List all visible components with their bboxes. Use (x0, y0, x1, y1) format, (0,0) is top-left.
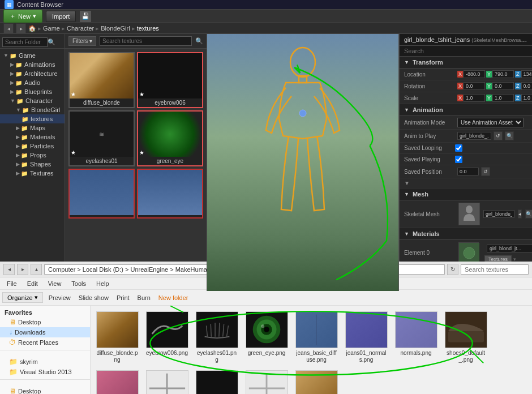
tree-item-blondegirl[interactable]: ▼📁BlondeGirl (0, 105, 65, 114)
file-jeans[interactable]: jeans_basic_diffuse.png (293, 309, 340, 366)
saved-position-input[interactable] (457, 168, 479, 175)
scale-y-input[interactable] (492, 94, 514, 102)
file-row2-1[interactable] (94, 368, 140, 394)
location-y[interactable]: Y (486, 70, 514, 78)
new-folder-button[interactable]: New folder (156, 293, 191, 302)
anim-position-btn[interactable]: ↺ (481, 167, 490, 176)
rotation-x-input[interactable] (464, 82, 485, 90)
anim-expand-row[interactable]: ▼ (400, 178, 532, 189)
skeletal-mesh-back[interactable]: ◂ (518, 209, 522, 219)
menu-view[interactable]: View (44, 279, 66, 288)
bc-textures[interactable]: textures (137, 25, 159, 32)
anim-search-button[interactable]: 🔍 (505, 131, 514, 140)
menu-help[interactable]: Help (92, 279, 114, 288)
exp-forward-btn[interactable]: ▸ (17, 264, 28, 275)
file-jeans-normals[interactable]: jeans01_normals.png (343, 309, 389, 366)
rotation-z-input[interactable] (521, 82, 532, 90)
bc-game[interactable]: Game (43, 25, 60, 32)
location-z-input[interactable] (521, 70, 532, 78)
tree-item-materials[interactable]: ▶📁Materials (0, 132, 65, 142)
location-z[interactable]: Z (515, 70, 532, 78)
texture-eyebrow006[interactable]: ★ eyebrow006 (137, 52, 203, 108)
tree-item-architecture[interactable]: ▶📁Architecture (0, 69, 65, 78)
nav-recent[interactable]: ⏱ Recent Places (0, 337, 90, 348)
print-button[interactable]: Print (114, 293, 132, 302)
scale-z-input[interactable] (521, 94, 532, 102)
materials-section-header[interactable]: Materials (400, 228, 532, 240)
tree-item-maps[interactable]: ▶📁Maps (0, 123, 65, 132)
texture-jeans[interactable] (68, 169, 135, 219)
nav-desktop2[interactable]: 🖥 Desktop (0, 386, 90, 394)
new-button[interactable]: ＋ New ▾ (3, 10, 42, 23)
transform-section-header[interactable]: Transform (400, 57, 532, 68)
texture-green-eye[interactable]: ★ green_eye (137, 110, 203, 166)
tree-item-particles[interactable]: ▶📁Particles (0, 142, 65, 151)
tree-item-blueprints[interactable]: ▶📁Blueprints (0, 87, 65, 96)
exp-back-btn[interactable]: ◂ (3, 264, 15, 275)
anim-refresh-button[interactable]: ↺ (494, 131, 503, 140)
search-textures-input[interactable] (100, 36, 192, 46)
exp-refresh-btn[interactable]: ↻ (447, 264, 458, 275)
tree-item-props[interactable]: ▶📁Props (0, 151, 65, 160)
element0-name-input[interactable] (487, 245, 532, 252)
save-button[interactable]: 💾 (79, 10, 92, 23)
location-x[interactable]: X (457, 70, 485, 78)
panel-search-input[interactable] (400, 46, 532, 57)
saved-playing-checkbox[interactable] (455, 156, 462, 163)
texture-diffuse-blonde[interactable]: ★ diffuse_blonde (68, 52, 135, 108)
file-green-eye[interactable]: green_eye.png (243, 309, 290, 366)
search-folder-input[interactable] (2, 37, 48, 47)
anim-to-play-input[interactable] (457, 132, 491, 140)
saved-looping-checkbox[interactable] (455, 144, 462, 152)
tree-item-game[interactable]: ▼📁Game (0, 51, 65, 60)
file-row2-3[interactable] (194, 368, 240, 394)
forward-button[interactable]: ▸ (16, 23, 26, 33)
file-shoes[interactable]: shoes0_default_.png (443, 309, 489, 366)
tree-item-audio[interactable]: ▶📁Audio (0, 78, 65, 87)
mesh-section-header[interactable]: Mesh (400, 189, 532, 200)
burn-button[interactable]: Burn (135, 293, 153, 302)
skeletal-mesh-input[interactable] (483, 210, 514, 218)
menu-edit[interactable]: Edit (23, 279, 42, 288)
nav-desktop[interactable]: 🖥 Desktop (0, 317, 90, 327)
preview-button[interactable]: Preview (46, 293, 73, 302)
scale-x-input[interactable] (464, 94, 485, 102)
file-eyelashes01[interactable]: eyelashes01.png (194, 309, 240, 366)
filters-button[interactable]: Filters ▾ (68, 36, 96, 46)
texture-eyelashes01[interactable]: ≋ ★ eyelashes01 (68, 110, 135, 166)
back-button[interactable]: ◂ (3, 23, 14, 33)
nav-downloads[interactable]: ↓ Downloads (0, 327, 90, 337)
skeletal-mesh-browse[interactable]: 🔍 (525, 209, 532, 219)
organize-button[interactable]: Organize▾ (2, 292, 43, 303)
animation-section-header[interactable]: Animation (400, 104, 532, 116)
explorer-search-input[interactable] (461, 264, 529, 275)
tree-item-textures2[interactable]: ▶📁Textures (0, 169, 65, 178)
file-eyebrow006[interactable]: eyebrow006.png (144, 309, 190, 366)
tree-item-textures[interactable]: 📁textures (0, 114, 65, 123)
file-row2-2[interactable] (144, 368, 190, 394)
element0-sub-label[interactable]: Textures ▾ (482, 255, 532, 262)
file-normals[interactable]: normals.png (393, 309, 439, 366)
location-x-input[interactable] (464, 70, 485, 78)
search-folder-icon[interactable]: 🔍 (48, 38, 55, 46)
bc-character[interactable]: Character (67, 25, 94, 32)
slideshow-button[interactable]: Slide show (76, 293, 111, 302)
menu-file[interactable]: File (2, 279, 22, 288)
location-y-input[interactable] (492, 70, 514, 78)
exp-up-btn[interactable]: ▴ (31, 264, 42, 275)
skeletal-mesh-thumb[interactable] (458, 203, 480, 225)
nav-skyrim[interactable]: 📁 skyrim (0, 357, 90, 367)
nav-vs2013[interactable]: 📁 Visual Studio 2013 (0, 367, 90, 377)
tree-item-animations[interactable]: ▶📁Animations (0, 60, 65, 69)
bc-blondegirl[interactable]: BlondeGirl (101, 25, 130, 32)
tree-item-character[interactable]: ▼📁Character (0, 96, 65, 105)
rotation-y-input[interactable] (492, 82, 514, 90)
import-button[interactable]: Import (46, 11, 76, 22)
menu-tools[interactable]: Tools (67, 279, 91, 288)
tree-item-shapes[interactable]: ▶📁Shapes (0, 160, 65, 169)
element0-thumb[interactable] (458, 242, 479, 263)
texture-jeans2[interactable] (137, 169, 203, 219)
file-row2-4[interactable] (243, 368, 290, 394)
animation-mode-select[interactable]: Use Animation Asset (457, 118, 524, 127)
file-row2-5[interactable] (293, 368, 340, 394)
